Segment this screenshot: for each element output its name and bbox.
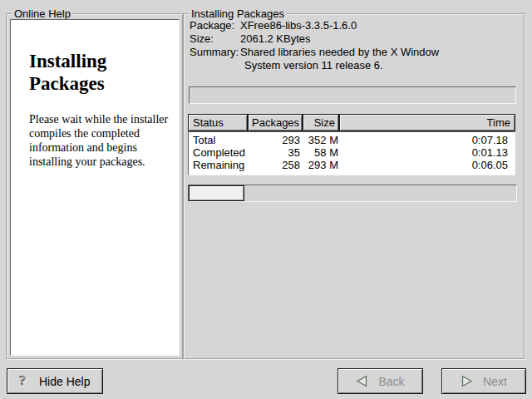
package-label: Package: (190, 19, 240, 32)
table-row-remaining: Remaining 258 293 M 0:06.05 (189, 159, 515, 171)
size-value: 2061.2 KBytes (240, 32, 311, 46)
next-button[interactable]: Next (441, 368, 526, 394)
triangle-right-icon (461, 375, 473, 387)
help-body-text: Please wait while the installer compiles… (29, 112, 172, 169)
back-button[interactable]: Back (337, 368, 423, 394)
cell-status: Total (189, 134, 249, 146)
cell-size: 58 M (303, 146, 340, 159)
total-progress-fill (189, 185, 244, 201)
size-label: Size: (190, 32, 240, 46)
next-button-label: Next (483, 375, 507, 388)
column-header-size[interactable]: Size (303, 114, 339, 131)
status-table: Status Packages Size Time Total 293 352 … (188, 114, 515, 175)
cell-size: 293 M (303, 159, 340, 171)
package-progress-bar (189, 86, 516, 104)
cell-time: 0:07.18 (340, 134, 515, 146)
hide-help-button[interactable]: ? Hide Help (7, 368, 103, 394)
summary-value: Shared libraries needed by the X Window (240, 46, 439, 59)
cell-status: Completed (189, 146, 249, 159)
package-info: Package: XFree86-libs-3.3.5-1.6.0 Size: … (190, 19, 439, 72)
help-content-area: Installing Packages Please wait while th… (10, 19, 180, 356)
summary-value-line2: System version 11 release 6. (244, 59, 439, 72)
hide-help-button-label: Hide Help (39, 375, 90, 388)
status-table-body: Total 293 352 M 0:07.18 Completed 35 58 … (188, 131, 515, 175)
cell-packages: 258 (249, 159, 303, 171)
back-button-label: Back (378, 375, 404, 388)
online-help-frame: Online Help Installing Packages Please w… (6, 13, 184, 360)
table-row-completed: Completed 35 58 M 0:01.13 (189, 146, 515, 159)
question-mark-icon: ? (20, 374, 27, 388)
online-help-frame-label: Online Help (12, 7, 73, 20)
help-title: Installing Packages (29, 50, 154, 95)
column-header-status[interactable]: Status (188, 114, 248, 131)
installing-packages-frame: Installing Packages Package: XFree86-lib… (183, 13, 525, 360)
installer-window: Online Help Installing Packages Please w… (0, 0, 532, 399)
table-row-total: Total 293 352 M 0:07.18 (189, 134, 515, 146)
column-header-time[interactable]: Time (339, 114, 515, 131)
column-header-packages[interactable]: Packages (248, 114, 303, 131)
installing-packages-frame-label: Installing Packages (189, 7, 287, 20)
cell-size: 352 M (303, 134, 340, 146)
cell-packages: 293 (249, 134, 303, 146)
summary-label: Summary: (190, 46, 240, 59)
cell-packages: 35 (249, 146, 303, 159)
status-table-header: Status Packages Size Time (188, 114, 515, 131)
cell-time: 0:06.05 (340, 159, 515, 171)
triangle-left-icon (356, 375, 368, 387)
cell-time: 0:01.13 (340, 146, 515, 159)
cell-status: Remaining (189, 159, 249, 171)
total-progress-bar (188, 185, 517, 202)
package-value: XFree86-libs-3.3.5-1.6.0 (240, 19, 357, 32)
